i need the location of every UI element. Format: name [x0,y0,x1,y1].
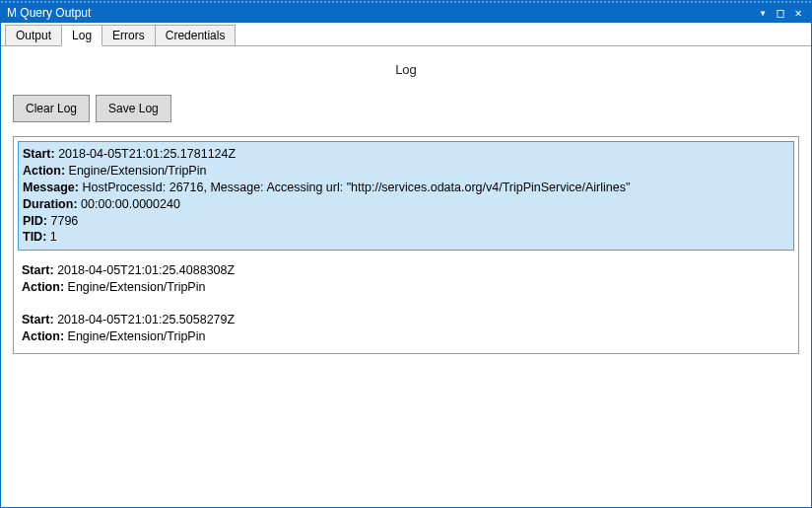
field-label: Action: [22,329,64,343]
window-title: M Query Output [7,6,754,20]
field-label: Duration: [23,197,78,211]
log-duration: 00:00:00.0000240 [81,197,180,211]
field-label: Action: [23,164,65,178]
clear-log-button[interactable]: Clear Log [13,95,90,122]
log-entry[interactable]: Start: 2018-04-05T21:01:25.4088308Z Acti… [18,258,794,300]
field-label: Start: [22,313,54,327]
maximize-icon[interactable]: □ [772,4,789,22]
log-start: 2018-04-05T21:01:25.4088308Z [57,263,235,277]
log-action: Engine/Extension/TripPin [68,280,206,294]
log-start: 2018-04-05T21:01:25.5058279Z [57,313,235,327]
titlebar: M Query Output ▾ □ ✕ [1,1,811,23]
tab-output[interactable]: Output [5,25,62,45]
tab-errors[interactable]: Errors [102,25,156,45]
tab-label: Errors [112,29,145,42]
log-start: 2018-04-05T21:01:25.1781124Z [58,147,236,161]
tab-label: Log [72,29,92,42]
pane-title: Log [13,62,799,77]
field-label: Message: [23,181,79,194]
log-message: HostProcessId: 26716, Message: Accessing… [82,181,630,194]
log-pid: 7796 [50,214,78,228]
tab-label: Credentials [166,29,226,42]
log-entry[interactable]: Start: 2018-04-05T21:01:25.5058279Z Acti… [18,308,794,349]
tab-strip: Output Log Errors Credentials [1,23,811,46]
tab-log[interactable]: Log [61,25,102,46]
dropdown-icon[interactable]: ▾ [754,4,772,22]
log-action: Engine/Extension/TripPin [69,164,207,178]
field-label: PID: [23,214,47,228]
tab-label: Output [16,29,51,42]
log-action: Engine/Extension/TripPin [68,329,206,343]
field-label: Start: [23,147,55,161]
log-list: Start: 2018-04-05T21:01:25.1781124Z Acti… [13,136,799,354]
field-label: TID: [23,230,46,244]
close-icon[interactable]: ✕ [789,4,807,22]
log-tid: 1 [50,230,57,244]
content-pane: Log Clear Log Save Log Start: 2018-04-05… [1,46,811,364]
save-log-button[interactable]: Save Log [96,95,171,122]
toolbar: Clear Log Save Log [13,95,799,122]
field-label: Action: [22,280,64,294]
field-label: Start: [22,263,54,277]
tab-credentials[interactable]: Credentials [155,25,237,45]
log-entry[interactable]: Start: 2018-04-05T21:01:25.1781124Z Acti… [18,141,794,251]
